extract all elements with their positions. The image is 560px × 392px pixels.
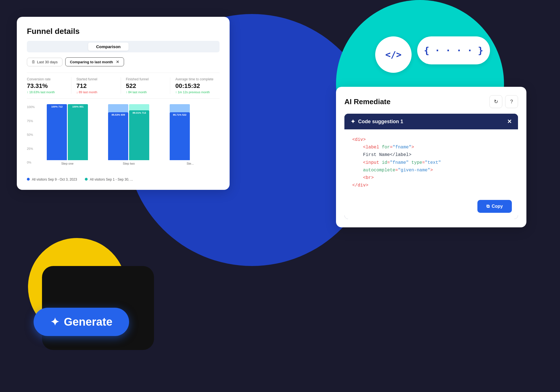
- metric-conversion-rate: Conversion rate 73.31% ↑ 18.63% last mon…: [27, 77, 71, 94]
- help-icon: ?: [510, 99, 513, 105]
- generate-label: Generate: [64, 316, 112, 328]
- bar-step2-blue-light: [108, 104, 128, 112]
- bar-step1-teal-label: 100% 801: [68, 105, 88, 108]
- avg-time-change: ↑ 1m 12s previous month: [175, 90, 214, 94]
- avg-time-value: 00:15:32: [175, 82, 214, 90]
- code-tag-div-open: <div>: [352, 137, 366, 142]
- up-arrow-icon-2: ↑: [126, 90, 128, 94]
- filter-row: 🗓 Last 30 days Comparing to last month ✕: [27, 57, 220, 66]
- help-button[interactable]: ?: [505, 95, 518, 108]
- chart-step-three: 85.71% 522 Ste...: [161, 104, 220, 165]
- code-suggestion-title: ✦ Code suggestion 1: [351, 118, 403, 125]
- y-label-100: 100%: [27, 105, 35, 109]
- chart-legend: All visitors Sep 9 - Oct 3, 2023 All vis…: [27, 178, 220, 181]
- last-30-days-filter[interactable]: 🗓 Last 30 days: [27, 58, 62, 66]
- code-slash-icon-circle: </>: [375, 36, 412, 73]
- finished-funnel-change: ↑ 84 last month: [126, 90, 165, 94]
- refresh-icon: ↻: [494, 99, 498, 105]
- generate-button[interactable]: ✦ Generate: [34, 308, 129, 336]
- conversion-rate-value: 73.31%: [27, 82, 66, 90]
- tab-bar: Comparison: [27, 41, 220, 52]
- code-icons-row: </> { · · · · }: [375, 36, 490, 73]
- bar-step3-blue: 85.71% 522: [170, 112, 190, 160]
- copy-button[interactable]: ⧉ Copy: [477, 200, 512, 213]
- code-line-4: <input id="fname" type="text": [352, 159, 510, 167]
- code-line-2: <label for="fname">: [352, 144, 510, 151]
- tab-comparison[interactable]: Comparison: [88, 43, 129, 51]
- chart-step-one: 100% 712 100% 801 Step one: [38, 104, 97, 165]
- up-arrow-icon: ↑: [27, 90, 29, 94]
- close-suggestion-button[interactable]: ✕: [507, 118, 512, 125]
- conversion-rate-label: Conversion rate: [27, 77, 66, 81]
- last-30-days-label: Last 30 days: [37, 60, 58, 64]
- code-line-7: </div>: [352, 182, 510, 189]
- bar-step2-teal-light: [129, 104, 149, 110]
- close-icon[interactable]: ✕: [116, 60, 119, 64]
- ai-remediate-card: AI Remediate ↻ ? ✦ Code suggestion 1 ✕ <…: [336, 87, 526, 227]
- legend-teal: All visitors Sep 1 - Sep 30, ...: [85, 178, 133, 181]
- copy-icon: ⧉: [486, 204, 489, 209]
- code-body: <div> <label for="fname"> First Name</la…: [344, 129, 518, 196]
- refresh-button[interactable]: ↻: [489, 95, 502, 108]
- bar-step2-teal-label: 89.01% 713: [129, 111, 149, 114]
- finished-funnel-value: 522: [126, 82, 165, 90]
- legend-dot-blue: [27, 178, 30, 181]
- started-funnel-label: Started funnel: [76, 77, 116, 81]
- code-line-1: <div>: [352, 136, 510, 144]
- code-line-6: <br>: [352, 174, 510, 182]
- bar-step3-empty: [191, 104, 211, 160]
- metric-finished-funnel: Finished funnel 522 ↑ 84 last month: [121, 77, 171, 94]
- chart-step-two: 85.53% 609 89.01% 713 Step two: [99, 104, 158, 165]
- chart-step-three-bars: 85.71% 522: [161, 104, 220, 160]
- finished-funnel-label: Finished funnel: [126, 77, 165, 81]
- funnel-card-title: Funnel details: [27, 27, 220, 36]
- conversion-rate-change: ↑ 18.63% last month: [27, 90, 66, 94]
- bar-step1-blue: 100% 712: [47, 104, 67, 160]
- copy-label: Copy: [492, 204, 503, 209]
- bar-step2-teal: 89.01% 713: [129, 110, 149, 160]
- chart-step-two-label: Step two: [123, 162, 135, 165]
- bar-step2-blue-label: 85.53% 609: [108, 113, 128, 116]
- up-arrow-icon-3: ↑: [175, 90, 177, 94]
- bar-step3-blue-wrapper: 85.71% 522: [170, 104, 190, 160]
- bar-step3-blue-label: 85.71% 522: [170, 113, 190, 116]
- ai-card-title: AI Remediate: [344, 97, 391, 106]
- sparkle-icon-2: ✦: [351, 118, 355, 125]
- chart-area: 0% 25% 50% 75% 100% 100% 712 100% 801 St…: [27, 105, 220, 172]
- started-funnel-value: 712: [76, 82, 116, 90]
- chart-step-one-bars: 100% 712 100% 801: [38, 104, 97, 160]
- code-braces-icon: { · · · · }: [424, 45, 483, 56]
- code-slash-icon: </>: [385, 49, 402, 60]
- funnel-card: Funnel details Comparison 🗓 Last 30 days…: [17, 17, 230, 190]
- bar-step2-blue-wrapper: 85.53% 609: [108, 104, 128, 160]
- down-arrow-icon: ↓: [76, 90, 78, 94]
- bar-step2-teal-wrapper: 89.01% 713: [129, 104, 149, 160]
- ai-card-buttons: ↻ ?: [489, 95, 518, 108]
- ai-card-header: AI Remediate ↻ ?: [344, 95, 518, 108]
- legend-dot-teal: [85, 178, 88, 181]
- bar-step2-blue: 85.53% 609: [108, 112, 128, 160]
- y-label-50: 50%: [27, 133, 35, 136]
- y-label-75: 75%: [27, 119, 35, 123]
- calendar-icon: 🗓: [32, 60, 35, 64]
- metric-avg-time: Average time to complete 00:15:32 ↑ 1m 1…: [170, 77, 220, 94]
- chart-step-two-bars: 85.53% 609 89.01% 713: [99, 104, 158, 160]
- chart-step-one-label: Step one: [61, 162, 74, 165]
- compare-label: Comparing to last month: [70, 60, 113, 64]
- chart-step-three-label: Ste...: [186, 162, 194, 165]
- code-suggestion-header: ✦ Code suggestion 1 ✕: [344, 114, 518, 129]
- y-label-25: 25%: [27, 147, 35, 150]
- y-label-0: 0%: [27, 161, 35, 164]
- avg-time-label: Average time to complete: [175, 77, 214, 81]
- tab-other: [129, 43, 158, 51]
- sparkle-icon: ✦: [50, 316, 59, 328]
- code-line-3: First Name</label>: [352, 151, 510, 159]
- chart-y-labels: 0% 25% 50% 75% 100%: [27, 105, 35, 164]
- compare-last-month-filter[interactable]: Comparing to last month ✕: [65, 57, 124, 66]
- metrics-row: Conversion rate 73.31% ↑ 18.63% last mon…: [27, 73, 220, 99]
- metric-started-funnel: Started funnel 712 ↓ 89 last month: [71, 77, 121, 94]
- legend-blue: All visitors Sep 9 - Oct 3, 2023: [27, 178, 77, 181]
- bar-step3-blue-light: [170, 104, 190, 112]
- code-footer: ⧉ Copy: [344, 196, 518, 219]
- code-suggestion-box: ✦ Code suggestion 1 ✕ <div> <label for="…: [344, 114, 518, 219]
